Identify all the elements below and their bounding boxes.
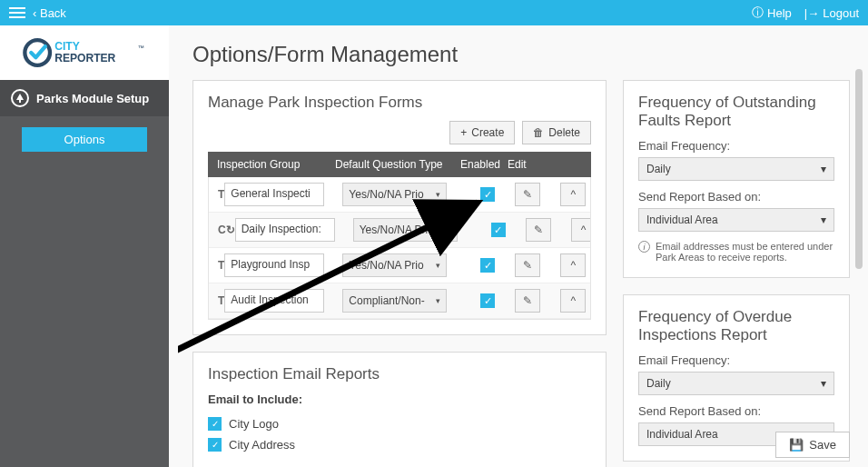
table-row[interactable]: TAudit InspectionCompliant/Non-▾✓✎^⌄ [209,283,590,319]
create-button[interactable]: + Create [449,121,515,144]
overdue-basis-label: Send Report Based on: [638,404,834,418]
sidebar: CITY REPORTER ™ Parks Module Setup Optio… [0,25,169,467]
edit-button[interactable]: ✎ [515,253,540,277]
chevron-down-icon: ▾ [821,214,826,226]
hamburger-icon[interactable] [9,7,25,18]
checkbox[interactable]: ✓ [208,417,222,431]
brand-tm: ™ [138,45,144,51]
faults-basis-value: Individual Area [646,214,718,226]
email-reports-panel: Inspection Email Reports Email to Includ… [192,352,607,467]
email-include-label: City Address [229,438,295,452]
inspection-group-input[interactable]: General Inspecti [224,183,324,206]
move-up-button[interactable]: ^ [560,183,586,206]
table-row[interactable]: TPlayground InspYes/No/NA Prio▾✓✎^⌄ [209,248,590,283]
row-type-icon: C↻ [218,224,235,236]
header-group: Inspection Group [217,158,335,171]
pencil-icon: ✎ [523,188,532,201]
table-header: Inspection Group Default Question Type E… [208,152,591,177]
faults-report-panel: Frequency of Outstanding Faults Report E… [623,80,850,278]
scrollbar-thumb[interactable] [855,69,863,269]
page-title: Options/Form Management [192,42,850,67]
email-include-item[interactable]: ✓City Address [208,434,591,455]
brand-line2: REPORTER [54,52,115,65]
chevron-left-icon: ‹ [33,6,36,20]
info-icon: i [638,241,650,253]
enabled-checkbox[interactable]: ✓ [491,223,506,237]
checkbox[interactable]: ✓ [208,438,222,452]
inspection-group-input[interactable]: Daily Inspection: [235,218,335,242]
plus-icon: + [460,126,467,139]
move-up-button[interactable]: ^ [560,289,586,313]
row-type-icon: T [218,188,224,201]
options-button[interactable]: Options [22,127,147,152]
save-icon: 💾 [789,438,804,452]
save-button[interactable]: 💾 Save [775,432,850,458]
header-enabled: Enabled [453,158,508,171]
delete-button[interactable]: 🗑 Delete [522,121,591,144]
tree-icon [11,89,29,107]
faults-freq-value: Daily [646,163,671,175]
back-button[interactable]: ‹ Back [33,6,66,20]
question-type-select[interactable]: Yes/No/NA Prio▾ [353,218,458,242]
chevron-down-icon: ▾ [821,163,826,175]
top-bar: ‹ Back ⓘ Help |→ Logout [0,0,868,25]
enabled-checkbox[interactable]: ✓ [480,187,495,202]
inspection-group-input[interactable]: Playground Insp [224,253,324,277]
overdue-freq-label: Email Frequency: [638,353,834,367]
header-type: Default Question Type [335,158,453,171]
chevron-down-icon: ▾ [436,261,440,270]
row-type-icon: T [218,294,224,307]
logout-link[interactable]: |→ Logout [804,6,859,20]
chevron-down-icon: ▾ [447,225,451,234]
chevron-up-icon: ^ [581,224,587,236]
save-label: Save [809,438,836,452]
enabled-checkbox[interactable]: ✓ [480,293,495,308]
inspection-group-input[interactable]: Audit Inspection [224,289,324,313]
logout-icon: |→ [804,6,819,20]
enabled-checkbox[interactable]: ✓ [480,258,495,273]
help-link[interactable]: ⓘ Help [752,5,792,21]
brand-line1: CITY [54,40,80,53]
faults-report-title: Frequency of Outstanding Faults Report [638,94,834,130]
chevron-up-icon: ^ [571,294,577,307]
help-label: Help [767,6,792,20]
logout-label: Logout [823,6,859,20]
content-area: Options/Form Management Manage Park Insp… [169,25,868,467]
overdue-basis-value: Individual Area [646,428,718,441]
help-icon: ⓘ [752,5,764,21]
chevron-down-icon: ▾ [436,296,440,305]
chevron-up-icon: ^ [571,188,577,201]
move-up-button[interactable]: ^ [571,218,591,242]
table-body[interactable]: TGeneral InspectiYes/No/NA Prio▾✓✎^⌄C↻Da… [208,177,591,320]
email-include-label: City Logo [229,417,279,431]
faults-basis-select[interactable]: Individual Area ▾ [638,208,834,232]
question-type-select[interactable]: Compliant/Non-▾ [342,289,447,313]
manage-forms-panel: Manage Park Inspection Forms + Create 🗑 … [192,80,607,335]
create-label: Create [471,126,504,139]
question-type-select[interactable]: Yes/No/NA Prio▾ [342,183,447,206]
table-row[interactable]: TGeneral InspectiYes/No/NA Prio▾✓✎^⌄ [209,177,590,213]
question-type-select[interactable]: Yes/No/NA Prio▾ [342,253,447,277]
pencil-icon: ✎ [523,259,532,272]
edit-button[interactable]: ✎ [515,183,540,206]
table-row[interactable]: C↻Daily Inspection:Yes/No/NA Prio▾✓✎^⌄ [209,213,590,248]
overdue-freq-select[interactable]: Daily ▾ [638,372,834,395]
faults-basis-label: Send Report Based on: [638,190,834,204]
email-include-item[interactable]: ✓City Logo [208,413,591,434]
header-edit: Edit [508,158,553,171]
faults-freq-label: Email Frequency: [638,139,834,153]
faults-note: i Email addresses must be entered under … [638,241,834,263]
overdue-freq-value: Daily [646,377,671,390]
faults-freq-select[interactable]: Daily ▾ [638,157,834,181]
chevron-up-icon: ^ [571,259,577,272]
edit-button[interactable]: ✎ [526,218,551,242]
manage-forms-title: Manage Park Inspection Forms [208,94,591,112]
back-label: Back [40,6,66,20]
overdue-report-title: Frequency of Overdue Inspections Report [638,308,834,344]
move-up-button[interactable]: ^ [560,253,586,277]
module-header[interactable]: Parks Module Setup [0,80,169,116]
edit-button[interactable]: ✎ [515,289,540,313]
pencil-icon: ✎ [523,294,532,307]
module-title: Parks Module Setup [36,92,149,105]
faults-note-text: Email addresses must be entered under Pa… [656,241,834,263]
